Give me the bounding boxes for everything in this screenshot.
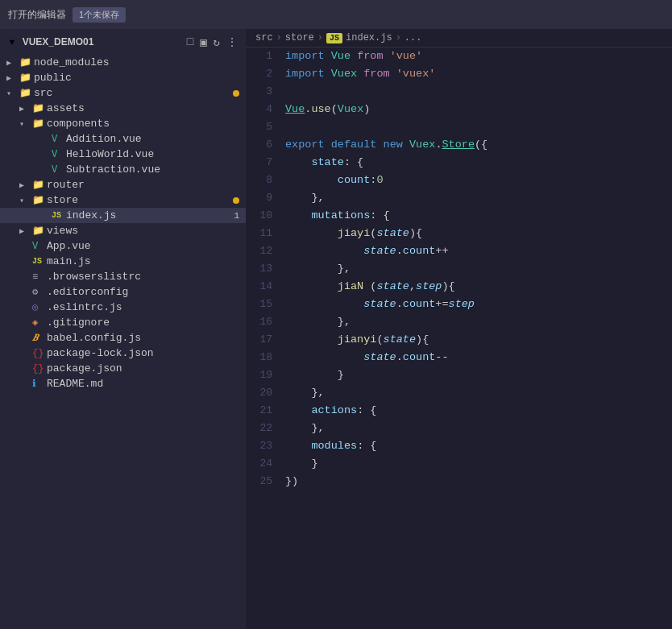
code-line-3: 3 xyxy=(246,83,672,101)
sidebar: ▾ VUEX_DEMO01 □ ▣ ↻ ⋮ ▶ 📁 node_modules ▶… xyxy=(0,29,246,629)
code-line-17: 17 jianyi(state){ xyxy=(246,331,672,349)
project-root-label: VUEX_DEMO01 xyxy=(23,36,180,48)
code-line-11: 11 jiayi(state){ xyxy=(246,225,672,242)
sidebar-item-helloworld-vue[interactable]: V HelloWorld.vue xyxy=(0,147,246,162)
code-line-4: 4 Vue.use(Vuex) xyxy=(246,101,672,118)
npm-file-icon: {} xyxy=(32,363,47,375)
code-line-23: 23 modules: { xyxy=(246,437,672,455)
sidebar-toolbar: □ ▣ ↻ ⋮ xyxy=(187,35,238,49)
code-line-1: 1 import Vue from 'vue' xyxy=(246,48,672,65)
sidebar-item-package-lock[interactable]: {} package-lock.json xyxy=(0,346,246,361)
sidebar-item-main-js[interactable]: JS main.js xyxy=(0,254,246,269)
sidebar-item-index-js[interactable]: JS index.js 1 xyxy=(0,208,246,223)
code-line-22: 22 }, xyxy=(246,420,672,437)
sidebar-item-store[interactable]: ▾ 📁 store xyxy=(0,192,246,208)
code-line-12: 12 state.count++ xyxy=(246,242,672,260)
new-file-icon[interactable]: □ xyxy=(187,35,193,48)
folder-icon: 📁 xyxy=(19,72,34,84)
collapse-all-icon[interactable]: ⋮ xyxy=(226,35,238,49)
sidebar-item-browserslistrc[interactable]: ≡ .browserslistrc xyxy=(0,269,246,284)
sidebar-item-editorconfig[interactable]: ⚙ .editorconfig xyxy=(0,284,246,300)
js-file-icon: JS xyxy=(52,211,66,220)
code-line-8: 8 count:0 xyxy=(246,172,672,189)
sidebar-item-gitignore[interactable]: ◈ .gitignore xyxy=(0,315,246,330)
sidebar-item-package-json[interactable]: {} package.json xyxy=(0,361,246,376)
code-line-7: 7 state: { xyxy=(246,154,672,172)
title-bar: 打开的编辑器 1个未保存 xyxy=(0,0,672,29)
sidebar-item-public[interactable]: ▶ 📁 public xyxy=(0,70,246,85)
code-line-9: 9 }, xyxy=(246,189,672,207)
editor-panel-title: 打开的编辑器 xyxy=(8,8,66,22)
js-file-icon: JS xyxy=(32,257,47,266)
unsaved-badge: 1个未保存 xyxy=(73,7,126,23)
code-line-15: 15 state.count+=step xyxy=(246,296,672,313)
folder-icon: 📁 xyxy=(32,179,47,191)
sidebar-item-readme[interactable]: ℹ README.md xyxy=(0,376,246,391)
code-line-18: 18 state.count-- xyxy=(246,349,672,366)
refresh-icon[interactable]: ↻ xyxy=(214,35,220,49)
code-line-21: 21 actions: { xyxy=(246,402,672,420)
breadcrumb-src: src xyxy=(255,32,273,43)
vue-file-icon: V xyxy=(52,149,66,160)
code-line-16: 16 }, xyxy=(246,313,672,331)
list-file-icon: ≡ xyxy=(32,271,47,283)
sidebar-item-babel[interactable]: 𝐵 babel.config.js xyxy=(0,330,246,346)
sidebar-item-addition-vue[interactable]: V Addition.vue xyxy=(0,131,246,147)
folder-icon: 📁 xyxy=(32,102,47,114)
main-area: ▾ VUEX_DEMO01 □ ▣ ↻ ⋮ ▶ 📁 node_modules ▶… xyxy=(0,29,672,629)
code-line-14: 14 jiaN (state,step){ xyxy=(246,278,672,296)
vue-file-icon: V xyxy=(52,164,66,176)
breadcrumb: src › store › JS index.js › ... xyxy=(246,29,672,48)
vue-file-icon: V xyxy=(32,241,47,252)
sidebar-header: ▾ VUEX_DEMO01 □ ▣ ↻ ⋮ xyxy=(0,29,246,55)
folder-icon: 📁 xyxy=(32,118,47,130)
folder-icon: 📁 xyxy=(19,56,34,68)
sidebar-item-components[interactable]: ▾ 📁 components xyxy=(0,116,246,131)
code-line-24: 24 } xyxy=(246,455,672,473)
breadcrumb-ellipsis: ... xyxy=(404,32,422,43)
code-line-2: 2 import Vuex from 'vuex' xyxy=(246,65,672,83)
gear-file-icon: ⚙ xyxy=(32,286,47,298)
unsaved-count-badge: 1 xyxy=(234,211,239,221)
breadcrumb-store: store xyxy=(285,32,314,43)
code-line-25: 25 }) xyxy=(246,473,672,490)
sidebar-item-assets[interactable]: ▶ 📁 assets xyxy=(0,101,246,116)
sidebar-item-app-vue[interactable]: V App.vue xyxy=(0,238,246,254)
new-folder-icon[interactable]: ▣ xyxy=(200,35,206,49)
code-line-19: 19 } xyxy=(246,366,672,384)
sidebar-item-router[interactable]: ▶ 📁 router xyxy=(0,177,246,192)
code-line-13: 13 }, xyxy=(246,260,672,278)
vue-file-icon: V xyxy=(52,134,66,145)
code-editor[interactable]: 1 import Vue from 'vue' 2 import Vuex fr… xyxy=(246,48,672,629)
sidebar-item-eslintrc[interactable]: ◎ .eslintrc.js xyxy=(0,300,246,315)
info-file-icon: ℹ xyxy=(32,378,47,390)
code-line-6: 6 export default new Vuex.Store({ xyxy=(246,136,672,154)
folder-icon: 📁 xyxy=(32,225,47,237)
sidebar-item-node-modules[interactable]: ▶ 📁 node_modules xyxy=(0,55,246,70)
code-line-5: 5 xyxy=(246,118,672,136)
breadcrumb-filename: index.js xyxy=(346,32,392,43)
modified-dot xyxy=(233,90,239,97)
code-line-10: 10 mutations: { xyxy=(246,207,672,225)
eslint-file-icon: ◎ xyxy=(32,301,47,313)
code-line-20: 20 }, xyxy=(246,384,672,402)
sidebar-item-subtraction-vue[interactable]: V Subtraction.vue xyxy=(0,162,246,177)
modified-dot xyxy=(233,197,239,204)
breadcrumb-js-badge: JS xyxy=(326,33,342,43)
npm-file-icon: {} xyxy=(32,348,47,359)
editor-area: src › store › JS index.js › ... 1 import… xyxy=(246,29,672,629)
sidebar-item-views[interactable]: ▶ 📁 views xyxy=(0,223,246,238)
sidebar-item-src[interactable]: ▾ 📁 src xyxy=(0,85,246,101)
git-file-icon: ◈ xyxy=(32,317,47,329)
folder-icon: 📁 xyxy=(19,87,34,99)
sidebar-collapse-icon[interactable]: ▾ xyxy=(8,34,16,50)
folder-icon: 📁 xyxy=(32,194,47,206)
babel-file-icon: 𝐵 xyxy=(32,333,47,344)
